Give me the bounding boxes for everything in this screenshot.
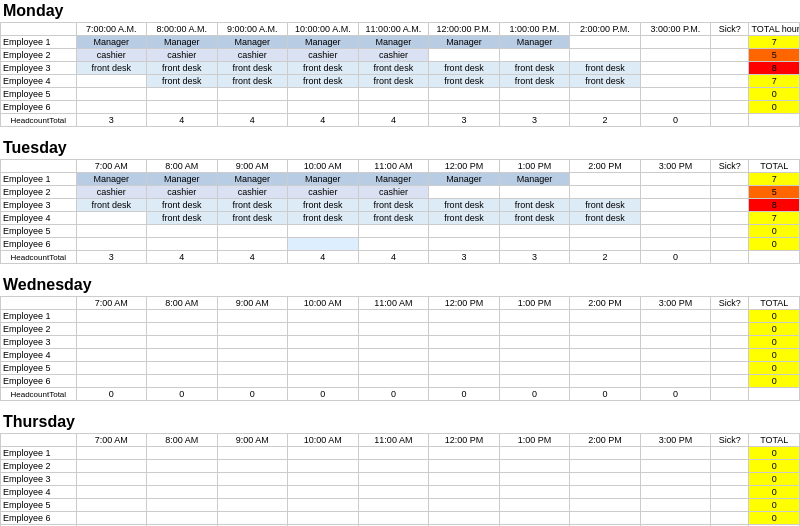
sick-cell[interactable]: [711, 349, 749, 362]
shift-cell-8[interactable]: [640, 486, 711, 499]
shift-cell-3[interactable]: [288, 499, 359, 512]
sick-cell[interactable]: [711, 36, 749, 49]
shift-cell-4[interactable]: [358, 88, 429, 101]
shift-cell-7[interactable]: [570, 238, 641, 251]
shift-cell-0[interactable]: cashier: [76, 49, 147, 62]
shift-cell-0[interactable]: [76, 486, 147, 499]
shift-cell-5[interactable]: [429, 186, 500, 199]
shift-cell-4[interactable]: Manager: [358, 36, 429, 49]
shift-cell-5[interactable]: [429, 486, 500, 499]
shift-cell-6[interactable]: [499, 336, 570, 349]
sick-cell[interactable]: [711, 186, 749, 199]
shift-cell-4[interactable]: [358, 362, 429, 375]
shift-cell-1[interactable]: [147, 225, 218, 238]
shift-cell-1[interactable]: [147, 336, 218, 349]
shift-cell-5[interactable]: [429, 375, 500, 388]
shift-cell-7[interactable]: [570, 447, 641, 460]
shift-cell-4[interactable]: Manager: [358, 173, 429, 186]
sick-cell[interactable]: [711, 173, 749, 186]
shift-cell-4[interactable]: front desk: [358, 75, 429, 88]
shift-cell-3[interactable]: [288, 225, 359, 238]
shift-cell-0[interactable]: [76, 75, 147, 88]
shift-cell-4[interactable]: [358, 512, 429, 525]
shift-cell-6[interactable]: front desk: [499, 62, 570, 75]
shift-cell-3[interactable]: front desk: [288, 75, 359, 88]
shift-cell-1[interactable]: [147, 88, 218, 101]
shift-cell-6[interactable]: [499, 49, 570, 62]
shift-cell-2[interactable]: [217, 460, 288, 473]
shift-cell-2[interactable]: [217, 473, 288, 486]
shift-cell-8[interactable]: [640, 199, 711, 212]
shift-cell-2[interactable]: front desk: [217, 62, 288, 75]
shift-cell-3[interactable]: front desk: [288, 62, 359, 75]
shift-cell-6[interactable]: [499, 225, 570, 238]
shift-cell-0[interactable]: front desk: [76, 199, 147, 212]
shift-cell-4[interactable]: front desk: [358, 199, 429, 212]
shift-cell-0[interactable]: [76, 310, 147, 323]
shift-cell-4[interactable]: [358, 486, 429, 499]
shift-cell-0[interactable]: [76, 88, 147, 101]
shift-cell-6[interactable]: [499, 238, 570, 251]
shift-cell-6[interactable]: [499, 362, 570, 375]
shift-cell-7[interactable]: [570, 225, 641, 238]
shift-cell-3[interactable]: [288, 447, 359, 460]
shift-cell-7[interactable]: [570, 499, 641, 512]
shift-cell-6[interactable]: [499, 186, 570, 199]
shift-cell-6[interactable]: [499, 473, 570, 486]
shift-cell-3[interactable]: [288, 473, 359, 486]
shift-cell-8[interactable]: [640, 238, 711, 251]
shift-cell-1[interactable]: [147, 473, 218, 486]
shift-cell-3[interactable]: [288, 310, 359, 323]
shift-cell-8[interactable]: [640, 362, 711, 375]
shift-cell-5[interactable]: [429, 49, 500, 62]
shift-cell-5[interactable]: Manager: [429, 173, 500, 186]
shift-cell-8[interactable]: [640, 88, 711, 101]
shift-cell-5[interactable]: front desk: [429, 199, 500, 212]
shift-cell-1[interactable]: cashier: [147, 49, 218, 62]
shift-cell-4[interactable]: [358, 238, 429, 251]
shift-cell-8[interactable]: [640, 499, 711, 512]
shift-cell-7[interactable]: [570, 310, 641, 323]
shift-cell-5[interactable]: [429, 101, 500, 114]
shift-cell-1[interactable]: [147, 101, 218, 114]
shift-cell-7[interactable]: [570, 173, 641, 186]
shift-cell-6[interactable]: [499, 447, 570, 460]
sick-cell[interactable]: [711, 375, 749, 388]
shift-cell-2[interactable]: [217, 323, 288, 336]
shift-cell-3[interactable]: [288, 336, 359, 349]
shift-cell-3[interactable]: front desk: [288, 199, 359, 212]
shift-cell-3[interactable]: [288, 349, 359, 362]
shift-cell-5[interactable]: [429, 238, 500, 251]
shift-cell-3[interactable]: cashier: [288, 49, 359, 62]
shift-cell-4[interactable]: [358, 310, 429, 323]
shift-cell-0[interactable]: [76, 473, 147, 486]
shift-cell-3[interactable]: Manager: [288, 173, 359, 186]
sick-cell[interactable]: [711, 473, 749, 486]
shift-cell-5[interactable]: [429, 349, 500, 362]
sick-cell[interactable]: [711, 62, 749, 75]
shift-cell-0[interactable]: Manager: [76, 36, 147, 49]
shift-cell-4[interactable]: cashier: [358, 49, 429, 62]
shift-cell-7[interactable]: [570, 375, 641, 388]
shift-cell-4[interactable]: cashier: [358, 186, 429, 199]
shift-cell-7[interactable]: front desk: [570, 199, 641, 212]
shift-cell-5[interactable]: [429, 460, 500, 473]
sick-cell[interactable]: [711, 88, 749, 101]
shift-cell-1[interactable]: front desk: [147, 62, 218, 75]
shift-cell-2[interactable]: [217, 88, 288, 101]
shift-cell-0[interactable]: [76, 512, 147, 525]
shift-cell-8[interactable]: [640, 336, 711, 349]
shift-cell-7[interactable]: [570, 88, 641, 101]
shift-cell-5[interactable]: Manager: [429, 36, 500, 49]
shift-cell-3[interactable]: [288, 362, 359, 375]
shift-cell-2[interactable]: [217, 310, 288, 323]
shift-cell-7[interactable]: [570, 486, 641, 499]
shift-cell-4[interactable]: [358, 473, 429, 486]
shift-cell-4[interactable]: [358, 101, 429, 114]
shift-cell-5[interactable]: [429, 512, 500, 525]
shift-cell-0[interactable]: [76, 375, 147, 388]
shift-cell-7[interactable]: [570, 460, 641, 473]
shift-cell-3[interactable]: front desk: [288, 212, 359, 225]
shift-cell-7[interactable]: [570, 323, 641, 336]
shift-cell-2[interactable]: front desk: [217, 75, 288, 88]
